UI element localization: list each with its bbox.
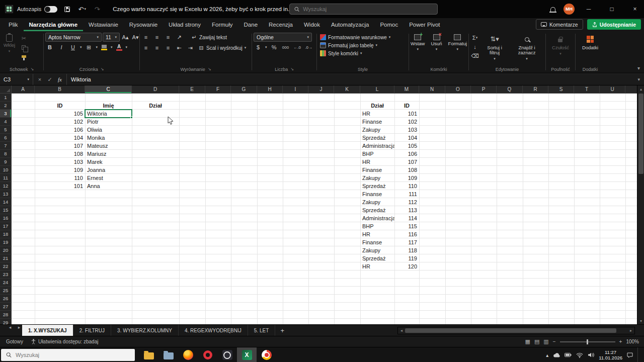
- cell-B12[interactable]: 101: [35, 182, 85, 190]
- scroll-up-icon[interactable]: ▴: [637, 85, 644, 93]
- fill-button[interactable]: ↓: [470, 43, 479, 51]
- share-button[interactable]: Udostępnianie: [587, 19, 641, 30]
- fill-color-button[interactable]: [100, 45, 108, 50]
- cell-C12[interactable]: Anna: [85, 182, 132, 190]
- vertical-scrollbar[interactable]: ▴ ▾: [637, 85, 644, 324]
- cell-L4[interactable]: Finanse: [360, 118, 394, 126]
- battery-icon[interactable]: [565, 352, 572, 357]
- currency-format-button[interactable]: $: [254, 43, 263, 51]
- cell-B3[interactable]: 105: [35, 110, 85, 118]
- row-header-4[interactable]: 4: [0, 118, 12, 126]
- orientation-button[interactable]: ↗: [175, 33, 184, 41]
- taskbar-search[interactable]: [1, 349, 135, 361]
- cell-C9[interactable]: Marek: [85, 158, 132, 166]
- wifi-icon[interactable]: [576, 352, 583, 358]
- cell-M18[interactable]: 116: [394, 230, 419, 238]
- merge-center-button[interactable]: ⊟Scal i wyśrodkuj▾: [197, 43, 248, 52]
- row-header-24[interactable]: 24: [0, 279, 12, 287]
- zoom-slider[interactable]: [560, 341, 615, 342]
- conditional-formatting-button[interactable]: Formatowanie warunkowe▾: [318, 34, 392, 41]
- redo-button[interactable]: ↷: [92, 3, 103, 15]
- cell-L13[interactable]: Finanse: [360, 190, 394, 198]
- cell-M13[interactable]: 111: [394, 190, 419, 198]
- cell-M8[interactable]: 106: [394, 150, 419, 158]
- cell-C4[interactable]: Piotr: [85, 118, 132, 126]
- font-color-button[interactable]: A: [115, 44, 123, 51]
- cell-C5[interactable]: Oliwia: [85, 126, 132, 134]
- align-center-button[interactable]: ≡: [152, 44, 162, 52]
- cell-M17[interactable]: 115: [394, 222, 419, 230]
- cell-C7[interactable]: Mateusz: [85, 142, 132, 150]
- cell-D2[interactable]: Dział: [132, 102, 179, 110]
- undo-button[interactable]: ↶▾: [76, 3, 88, 15]
- cell-C8[interactable]: Mariusz: [85, 150, 132, 158]
- clear-button[interactable]: ⌫: [470, 52, 479, 60]
- ribbon-tab-power-pivot[interactable]: Power Pivot: [404, 18, 445, 31]
- autosave-switch-icon[interactable]: [44, 6, 57, 13]
- borders-button[interactable]: ⊞: [85, 43, 94, 51]
- ribbon-tab-recenzja[interactable]: Recenzja: [263, 18, 298, 31]
- column-header-L[interactable]: L: [360, 85, 394, 94]
- comments-button[interactable]: Komentarze: [536, 19, 583, 30]
- cell-B9[interactable]: 103: [35, 158, 85, 166]
- titlebar-search-input[interactable]: [303, 6, 433, 12]
- taskbar-app-firefox[interactable]: [178, 347, 198, 362]
- cell-L20[interactable]: Zakupy: [360, 246, 394, 254]
- notification-center-icon[interactable]: [627, 352, 633, 358]
- zoom-in-button[interactable]: +: [619, 339, 622, 344]
- format-as-table-button[interactable]: Formatuj jako tabelę▾: [318, 42, 379, 49]
- row-header-5[interactable]: 5: [0, 126, 12, 134]
- row-header-29[interactable]: 29: [0, 319, 12, 324]
- cell-M3[interactable]: 101: [394, 110, 419, 118]
- confirm-entry-icon[interactable]: ✓: [45, 74, 54, 85]
- find-select-button[interactable]: Znajdź i zaznacz▾: [510, 33, 544, 63]
- cell-M10[interactable]: 108: [394, 166, 419, 174]
- cell-L6[interactable]: Sprzedaż: [360, 134, 394, 142]
- underline-button[interactable]: U: [68, 43, 77, 51]
- ribbon-tab-uk-ad-strony[interactable]: Układ strony: [163, 18, 206, 31]
- font-name-select[interactable]: Aptos Narrow▾: [45, 33, 102, 42]
- cell-B5[interactable]: 106: [35, 126, 85, 134]
- taskbar-app-excel[interactable]: X: [237, 347, 257, 362]
- worksheet-grid[interactable]: ABCDEFGHIJKLMNOPQRSTU 123456789101112131…: [0, 85, 637, 324]
- cancel-entry-icon[interactable]: ×: [35, 74, 44, 85]
- copy-button[interactable]: [19, 43, 28, 51]
- row-header-6[interactable]: 6: [0, 134, 12, 142]
- row-header-22[interactable]: 22: [0, 262, 12, 270]
- ribbon-tab-pomoc[interactable]: Pomoc: [374, 18, 404, 31]
- avatar[interactable]: MH: [564, 4, 575, 15]
- cell-M4[interactable]: 102: [394, 118, 419, 126]
- cell-M2[interactable]: ID: [394, 102, 419, 110]
- column-header-O[interactable]: O: [445, 85, 471, 94]
- formula-input[interactable]: Wiktoria: [67, 76, 91, 82]
- decrease-decimal-button[interactable]: .0→: [304, 43, 313, 51]
- italic-button[interactable]: I: [57, 43, 66, 51]
- sheet-tab-3[interactable]: 3. WYBIERZ.KOLUMNY: [111, 325, 179, 336]
- column-header-F[interactable]: F: [205, 85, 231, 94]
- comma-style-button[interactable]: 000: [281, 43, 290, 51]
- cell-B7[interactable]: 107: [35, 142, 85, 150]
- cell-M22[interactable]: 120: [394, 262, 419, 270]
- taskbar-app-camera-app[interactable]: [257, 347, 276, 362]
- ribbon-tab-widok[interactable]: Widok: [298, 18, 326, 31]
- dialog-launcher-icon[interactable]: ↘: [290, 67, 294, 71]
- cell-L16[interactable]: Administracja: [360, 214, 394, 222]
- row-header-18[interactable]: 18: [0, 230, 12, 238]
- row-header-20[interactable]: 20: [0, 246, 12, 254]
- cell-styles-button[interactable]: Style komórki▾: [318, 50, 364, 57]
- cell-L14[interactable]: Zakupy: [360, 198, 394, 206]
- column-header-R[interactable]: R: [523, 85, 548, 94]
- cell-L18[interactable]: HR: [360, 230, 394, 238]
- maximize-button[interactable]: □: [603, 0, 621, 18]
- column-header-K[interactable]: K: [334, 85, 360, 94]
- accessibility-checker-button[interactable]: Ułatwienia dostępu: zbadaj: [31, 339, 99, 344]
- cell-L10[interactable]: Finanse: [360, 166, 394, 174]
- cell-L9[interactable]: HR: [360, 158, 394, 166]
- add-sheet-button[interactable]: +: [275, 325, 289, 336]
- number-format-select[interactable]: Ogólne▾: [254, 33, 312, 42]
- expand-formula-bar-icon[interactable]: ▾: [637, 77, 640, 82]
- row-header-26[interactable]: 26: [0, 295, 12, 303]
- font-size-select[interactable]: 11▾: [103, 33, 120, 42]
- row-header-9[interactable]: 9: [0, 158, 12, 166]
- decrease-indent-button[interactable]: ⇤: [175, 44, 184, 52]
